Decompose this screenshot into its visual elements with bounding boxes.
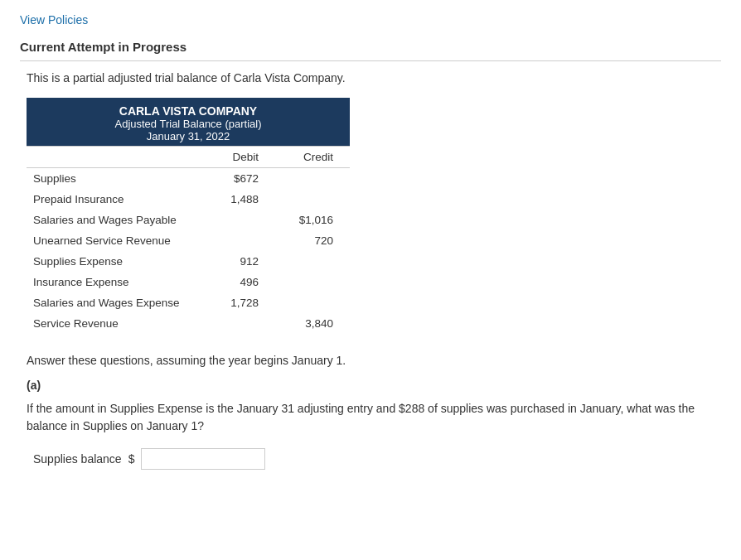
cell-credit bbox=[275, 168, 350, 190]
col-header-debit: Debit bbox=[209, 147, 275, 168]
dollar-sign: $ bbox=[128, 452, 135, 466]
cell-account: Supplies bbox=[27, 168, 209, 190]
cell-account: Unearned Service Revenue bbox=[27, 230, 209, 251]
table-subtitle: Adjusted Trial Balance (partial) bbox=[36, 118, 340, 130]
cell-credit: 720 bbox=[275, 230, 350, 251]
supplies-balance-input[interactable] bbox=[141, 448, 265, 470]
cell-account: Insurance Expense bbox=[27, 272, 209, 292]
cell-account: Salaries and Wages Payable bbox=[27, 210, 209, 230]
trial-balance-table: CARLA VISTA COMPANY Adjusted Trial Balan… bbox=[27, 98, 350, 334]
page-container: View Policies Current Attempt in Progres… bbox=[0, 0, 741, 560]
part-a-question: If the amount in Supplies Expense is the… bbox=[27, 400, 721, 435]
table-row: Unearned Service Revenue720 bbox=[27, 230, 350, 251]
table-row: Salaries and Wages Payable$1,016 bbox=[27, 210, 350, 230]
answer-section: Answer these questions, assuming the yea… bbox=[27, 354, 721, 470]
cell-debit: $672 bbox=[209, 168, 275, 190]
cell-debit bbox=[209, 313, 275, 334]
answer-intro-text: Answer these questions, assuming the yea… bbox=[27, 354, 721, 367]
trial-balance-body: Supplies$672Prepaid Insurance1,488Salari… bbox=[27, 168, 350, 335]
table-row: Salaries and Wages Expense1,728 bbox=[27, 292, 350, 313]
cell-credit: 3,840 bbox=[275, 313, 350, 334]
cell-debit: 912 bbox=[209, 251, 275, 272]
cell-credit bbox=[275, 292, 350, 313]
cell-debit: 496 bbox=[209, 272, 275, 292]
cell-credit bbox=[275, 189, 350, 210]
view-policies-link[interactable]: View Policies bbox=[20, 13, 88, 27]
col-header-credit: Credit bbox=[275, 147, 350, 168]
cell-account: Salaries and Wages Expense bbox=[27, 292, 209, 313]
table-date: January 31, 2022 bbox=[36, 130, 340, 142]
cell-account: Supplies Expense bbox=[27, 251, 209, 272]
cell-debit: 1,728 bbox=[209, 292, 275, 313]
part-a-label: (a) bbox=[27, 379, 721, 392]
table-row: Supplies Expense912 bbox=[27, 251, 350, 272]
table-row: Service Revenue3,840 bbox=[27, 313, 350, 334]
cell-credit bbox=[275, 251, 350, 272]
supplies-balance-row: Supplies balance $ bbox=[33, 448, 721, 470]
trial-balance-wrapper: CARLA VISTA COMPANY Adjusted Trial Balan… bbox=[27, 98, 721, 334]
col-header-account bbox=[27, 147, 209, 168]
supplies-balance-label: Supplies balance bbox=[33, 452, 122, 466]
column-headers-row: Debit Credit bbox=[27, 147, 350, 168]
company-name: CARLA VISTA COMPANY bbox=[36, 104, 340, 118]
cell-credit bbox=[275, 272, 350, 292]
section-title: Current Attempt in Progress bbox=[20, 40, 721, 61]
table-row: Insurance Expense496 bbox=[27, 272, 350, 292]
cell-debit: 1,488 bbox=[209, 189, 275, 210]
cell-credit: $1,016 bbox=[275, 210, 350, 230]
table-row: Supplies$672 bbox=[27, 168, 350, 190]
table-row: Prepaid Insurance1,488 bbox=[27, 189, 350, 210]
intro-text: This is a partial adjusted trial balance… bbox=[27, 71, 721, 84]
cell-account: Service Revenue bbox=[27, 313, 209, 334]
cell-debit bbox=[209, 230, 275, 251]
table-header: CARLA VISTA COMPANY Adjusted Trial Balan… bbox=[27, 98, 350, 147]
cell-debit bbox=[209, 210, 275, 230]
cell-account: Prepaid Insurance bbox=[27, 189, 209, 210]
